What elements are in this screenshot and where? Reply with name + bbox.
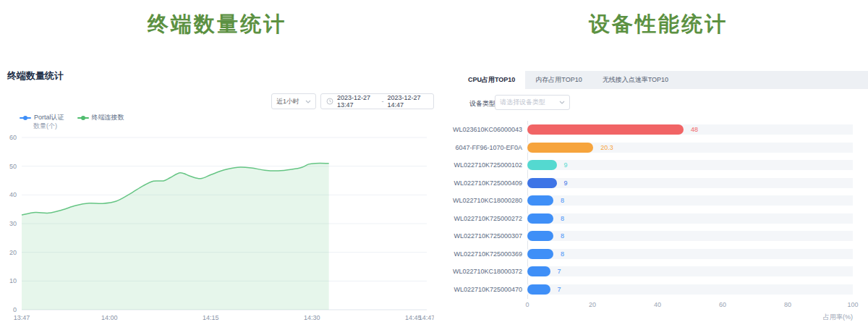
tab-内存占用TOP10[interactable]: 内存占用TOP10 <box>525 71 592 89</box>
cpu-top10-bars: WL023610KC06000043486047-FF96-1070-EF0A2… <box>448 121 868 298</box>
bar-category-label: WL022710K725000307 <box>448 232 522 240</box>
legend-line-dot-icon <box>20 115 31 121</box>
bar-value-label: 8 <box>561 231 564 241</box>
y-tick-label: 20 <box>9 249 17 256</box>
x-tick-label: 14:30 <box>304 314 320 321</box>
bar-category-label: WL022710KC18000280 <box>448 197 522 204</box>
area-fill <box>22 164 329 310</box>
bar <box>527 266 550 276</box>
bar-value-label: 9 <box>564 160 568 170</box>
bar-track <box>527 231 853 241</box>
bar <box>527 213 553 224</box>
left-slide-title: 终端数量统计 <box>0 10 434 39</box>
bar-track <box>527 284 853 295</box>
bar-x-tick-label: 0 <box>525 301 529 308</box>
device-type-placeholder: 请选择设备类型 <box>500 98 545 107</box>
bar-value-label: 9 <box>564 178 568 188</box>
bar-area: 9 <box>527 160 853 170</box>
bar-chart-x-ticks: 020406080100 <box>527 301 853 310</box>
bar-row: WL022710K7250003078 <box>448 227 868 245</box>
bar-area: 20.3 <box>527 143 853 153</box>
x-axis-title: 占用率(%) <box>527 313 853 322</box>
bar-value-label: 7 <box>558 266 561 276</box>
legend-item[interactable]: 终端连接数 <box>77 113 124 122</box>
x-tick-label: 14:15 <box>203 314 219 321</box>
left-card-title: 终端数量统计 <box>7 69 64 82</box>
bar-track <box>527 160 853 170</box>
bar-value-label: 48 <box>691 124 698 135</box>
bar-area: 7 <box>527 266 853 276</box>
bar <box>527 231 553 241</box>
y-tick-label: 40 <box>9 191 17 198</box>
bar-row: WL023610KC0600004348 <box>448 121 868 139</box>
tab-CPU占用TOP10[interactable]: CPU占用TOP10 <box>458 71 525 89</box>
bar <box>527 178 557 188</box>
bar-area: 8 <box>527 195 853 206</box>
bar-category-label: WL022710K725000409 <box>448 179 522 187</box>
bar-category-label: WL022710K725000470 <box>448 286 522 293</box>
bar-row: WL022710KC180002808 <box>448 192 868 210</box>
date-range-end: 2023-12-27 14:47 <box>388 94 429 109</box>
right-slide-title: 设备性能统计 <box>448 10 868 39</box>
y-axis-title: 数量(个) <box>33 122 57 131</box>
bar-row: WL022710K7250004099 <box>448 174 868 192</box>
y-tick-label: 50 <box>9 163 17 170</box>
date-range-picker[interactable]: 2023-12-27 13:47 - 2023-12-27 14:47 <box>320 93 434 109</box>
chevron-down-icon <box>559 101 565 104</box>
bar-x-tick-label: 60 <box>719 301 726 308</box>
date-range-start: 2023-12-27 13:47 <box>337 94 378 109</box>
dashboard-screen: 终端数量统计 终端数量统计 近1小时 2023-12-27 13:47 - 20… <box>0 0 868 330</box>
bar-value-label: 20.3 <box>600 143 613 153</box>
bar-row: WL022710KC180003727 <box>448 263 868 281</box>
y-tick-label: 10 <box>9 277 17 284</box>
performance-tab-bar: CPU占用TOP10内存占用TOP10无线接入点速率TOP10 <box>458 71 868 89</box>
bar <box>527 284 550 295</box>
device-performance-panel: 设备性能统计 CPU占用TOP10内存占用TOP10无线接入点速率TOP10 设… <box>448 0 868 330</box>
legend-dot <box>23 116 27 120</box>
bar-category-label: WL022710KC18000372 <box>448 268 522 275</box>
bar <box>527 195 553 206</box>
bar-x-tick-label: 20 <box>589 301 596 308</box>
bar-area: 8 <box>527 213 853 224</box>
bar-row: WL022710K7250002728 <box>448 210 868 228</box>
legend-label: 终端连接数 <box>92 113 124 122</box>
bar-category-label: WL022710K725000369 <box>448 250 522 258</box>
tab-无线接入点速率TOP10[interactable]: 无线接入点速率TOP10 <box>592 71 678 89</box>
bar-category-label: 6047-FF96-1070-EF0A <box>448 144 522 151</box>
bar-value-label: 8 <box>561 213 564 224</box>
bar <box>527 249 553 259</box>
bar-row: WL022710K7250004707 <box>448 281 868 299</box>
bar <box>527 143 593 153</box>
bar-category-label: WL023610KC06000043 <box>448 126 522 133</box>
y-tick-label: 60 <box>9 134 17 141</box>
bar-x-tick-label: 100 <box>847 301 858 308</box>
y-tick-label: 0 <box>13 306 17 313</box>
bar-row: WL022710K7250003698 <box>448 245 868 263</box>
bar-category-label: WL022710K725000102 <box>448 161 522 169</box>
x-tick-label: 14:47 <box>419 314 434 321</box>
chevron-down-icon <box>305 100 311 103</box>
bar-track <box>527 249 853 259</box>
bar <box>527 160 557 170</box>
bar-track <box>527 195 853 206</box>
legend-dot <box>81 116 85 120</box>
device-type-select[interactable]: 请选择设备类型 <box>495 95 570 110</box>
bar-value-label: 8 <box>561 195 564 206</box>
terminal-count-chart: 010203040506013:4714:0014:1514:3014:4514… <box>0 132 434 330</box>
y-tick-label: 30 <box>9 220 17 227</box>
time-range-select[interactable]: 近1小时 <box>271 93 316 109</box>
bar-track <box>527 178 853 188</box>
bar-track <box>527 213 853 224</box>
time-range-value: 近1小时 <box>276 97 299 106</box>
bar-area: 8 <box>527 231 853 241</box>
bar-value-label: 7 <box>558 284 561 295</box>
bar-area: 48 <box>527 124 853 135</box>
legend-line-dot-icon <box>77 115 89 121</box>
bar-x-tick-label: 40 <box>654 301 661 308</box>
x-tick-label: 13:47 <box>14 314 30 321</box>
bar-area: 8 <box>527 249 853 259</box>
bar-row: WL022710K7250001029 <box>448 156 868 174</box>
x-tick-label: 14:00 <box>101 314 118 321</box>
date-range-separator: - <box>382 98 384 105</box>
bar-track <box>527 266 853 276</box>
